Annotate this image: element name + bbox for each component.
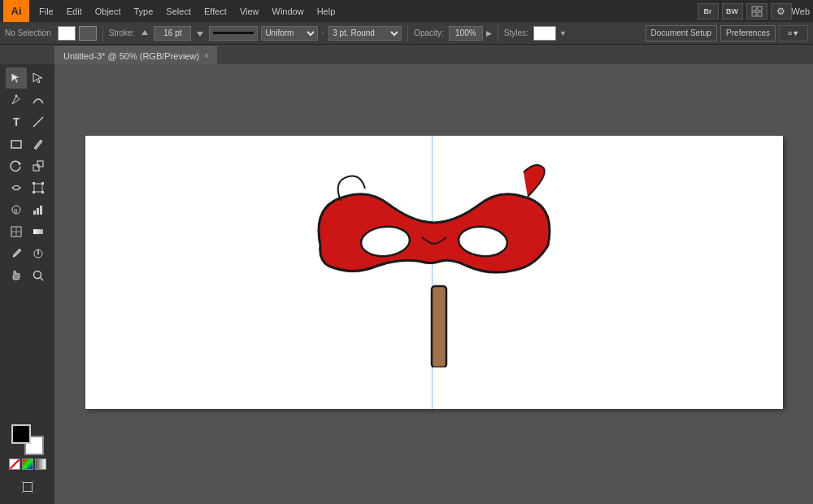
pen-tools-row — [6, 89, 49, 111]
bridge-icons: Br BW ⚙ — [698, 3, 792, 20]
type-tool[interactable]: T — [6, 111, 27, 133]
bridge-icon[interactable]: Br — [698, 3, 719, 20]
svg-rect-27 — [33, 229, 43, 234]
artboard-tool[interactable] — [17, 476, 38, 497]
tab-close-button[interactable]: × — [204, 51, 209, 60]
svg-rect-12 — [33, 165, 39, 171]
menu-select[interactable]: Select — [159, 0, 198, 22]
warp-tool[interactable] — [6, 177, 27, 198]
divider-3 — [498, 25, 498, 41]
warp-tools-row — [6, 177, 49, 198]
zoom-tool[interactable] — [28, 265, 49, 286]
line-tool[interactable] — [28, 111, 49, 133]
paintbrush-tool[interactable] — [28, 133, 49, 154]
svg-line-34 — [21, 481, 23, 483]
svg-marker-6 — [11, 73, 20, 83]
direct-selection-tool[interactable] — [28, 67, 49, 89]
workspace-icon[interactable] — [746, 3, 767, 20]
symbol-tool[interactable]: 8 — [6, 199, 27, 220]
workspace-selector[interactable]: ≡▼ — [779, 25, 808, 41]
svg-rect-10 — [11, 141, 21, 148]
document-setup-button[interactable]: Document Setup — [646, 25, 718, 41]
rectangle-tool[interactable] — [6, 133, 27, 154]
foreground-color-swatch[interactable] — [11, 424, 31, 444]
svg-rect-15 — [33, 182, 35, 185]
stroke-value-input[interactable] — [154, 26, 191, 41]
hand-tools-row — [6, 265, 49, 286]
svg-rect-13 — [37, 161, 43, 167]
svg-line-35 — [32, 481, 33, 483]
tab-title: Untitled-3* @ 50% (RGB/Preview) — [63, 51, 199, 61]
settings-icon[interactable]: ⚙ — [771, 3, 792, 20]
opacity-label: Opacity: — [414, 28, 444, 37]
stroke-label: Stroke: — [109, 28, 135, 37]
svg-rect-38 — [432, 286, 446, 367]
svg-point-30 — [37, 253, 39, 254]
svg-line-37 — [32, 492, 33, 493]
eyedropper-tool[interactable] — [6, 243, 27, 264]
svg-rect-14 — [34, 184, 42, 192]
none-swatch[interactable] — [9, 458, 20, 470]
menu-edit[interactable]: Edit — [60, 0, 89, 22]
svg-line-32 — [40, 277, 43, 280]
opacity-arrow[interactable]: ▶ — [486, 29, 492, 37]
rotate-tool[interactable] — [6, 155, 27, 176]
rotate-tools-row — [6, 155, 49, 176]
menu-file[interactable]: File — [33, 0, 60, 22]
document-tab[interactable]: Untitled-3* @ 50% (RGB/Preview) × — [54, 46, 218, 64]
svg-rect-22 — [37, 208, 39, 215]
color-swatch[interactable] — [22, 458, 33, 470]
artboard — [85, 136, 783, 409]
bw-icon[interactable]: BW — [722, 3, 743, 20]
opacity-input[interactable] — [449, 26, 483, 41]
menu-help[interactable]: Help — [311, 0, 342, 22]
svg-rect-0 — [752, 7, 756, 11]
divider-dot: · — [321, 28, 324, 37]
measure-tool[interactable] — [28, 243, 49, 264]
pen-tool[interactable] — [6, 89, 27, 111]
menu-type[interactable]: Type — [128, 0, 160, 22]
fill-color-swatch[interactable] — [58, 26, 76, 41]
stroke-type-selector[interactable] — [209, 26, 258, 41]
styles-swatch[interactable] — [533, 26, 556, 41]
menu-bar: Ai File Edit Object Type Select Effect V… — [0, 0, 813, 22]
svg-line-36 — [21, 492, 23, 493]
svg-marker-4 — [141, 30, 148, 35]
stroke-type-dropdown[interactable]: Uniform — [261, 26, 318, 41]
svg-rect-3 — [758, 12, 762, 16]
svg-rect-33 — [23, 482, 32, 491]
app-logo: Ai — [3, 0, 29, 22]
svg-line-9 — [33, 117, 43, 127]
styles-arrow[interactable]: ▼ — [559, 29, 567, 37]
canvas-area[interactable] — [54, 64, 813, 504]
gradient-tool[interactable] — [28, 221, 49, 242]
stroke-arrow-up[interactable] — [139, 28, 150, 39]
menu-object[interactable]: Object — [89, 0, 128, 22]
stroke-style-dropdown[interactable]: 3 pt. Round — [328, 26, 402, 41]
svg-rect-21 — [33, 211, 36, 215]
eyedropper-tools-row — [6, 243, 49, 264]
web-label: Web — [792, 7, 810, 16]
stroke-arrow-down[interactable] — [194, 28, 206, 39]
main-area: T — [0, 64, 813, 504]
left-toolbar: T — [0, 64, 54, 504]
svg-point-8 — [15, 95, 18, 98]
column-graph-tool[interactable] — [28, 199, 49, 220]
mesh-tool[interactable] — [6, 221, 27, 242]
scale-tool[interactable] — [28, 155, 49, 176]
stroke-color-swatch[interactable] — [79, 26, 97, 41]
fg-bg-swatches[interactable] — [11, 424, 44, 455]
free-transform-tool[interactable] — [28, 177, 49, 198]
menu-effect[interactable]: Effect — [198, 0, 233, 22]
menu-view[interactable]: View — [233, 0, 266, 22]
svg-rect-2 — [752, 12, 756, 16]
svg-text:8: 8 — [14, 207, 18, 215]
gradient-tools-row — [6, 221, 49, 242]
menu-window[interactable]: Window — [266, 0, 311, 22]
gradient-swatch[interactable] — [35, 458, 46, 470]
selection-tool[interactable] — [6, 67, 27, 89]
hand-tool[interactable] — [6, 265, 27, 286]
preferences-button[interactable]: Preferences — [720, 25, 776, 41]
styles-label: Styles: — [504, 28, 528, 37]
curvature-tool[interactable] — [28, 89, 49, 111]
